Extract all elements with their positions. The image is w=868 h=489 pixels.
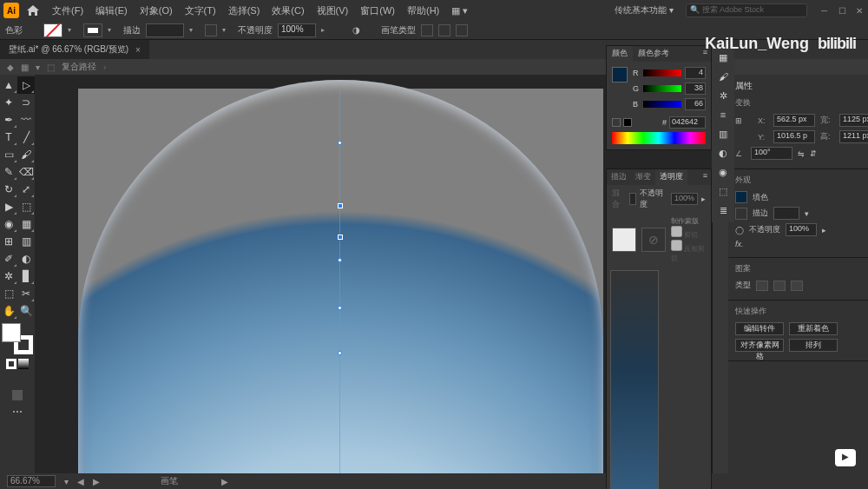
recolor-icon[interactable]: ◑ (352, 25, 360, 35)
style-btn-2[interactable] (438, 24, 450, 36)
fill-dropdown-icon[interactable]: ▾ (68, 26, 78, 34)
swatches-icon[interactable]: ▦ (716, 52, 730, 66)
angle-input[interactable]: 100° (751, 147, 792, 160)
artboard-nav-next-icon[interactable]: ▶ (93, 477, 100, 486)
tool-magic-wand[interactable]: ✦ (0, 94, 17, 111)
breadcrumb[interactable]: 复合路径 (62, 61, 96, 73)
mode-gradient-icon[interactable] (18, 359, 29, 369)
object-thumbnail[interactable] (612, 228, 636, 252)
y-input[interactable]: 1016.5 p (773, 130, 815, 143)
tool-direct-selection[interactable]: ▷ (17, 76, 35, 94)
stroke-w-input[interactable] (773, 207, 799, 220)
prop-opacity-input[interactable]: 100% (786, 223, 817, 236)
tool-perspective[interactable]: ▦ (17, 215, 35, 233)
minimize-button[interactable]: ─ (821, 6, 830, 15)
tool-symbol-sprayer[interactable]: ✲ (0, 268, 17, 285)
menu-file[interactable]: 文件(F) (47, 4, 89, 17)
symbols-icon[interactable]: ✲ (716, 90, 730, 104)
quick-btn-arrange[interactable]: 排列 (789, 339, 838, 352)
appearance-icon[interactable]: ◉ (716, 167, 730, 181)
menu-object[interactable]: 对象(O) (135, 4, 178, 17)
tool-slice[interactable]: ✂ (17, 285, 35, 302)
fx-icon[interactable]: fx. (735, 240, 744, 248)
stroke-swatch[interactable] (83, 23, 102, 37)
mode-color-icon[interactable] (6, 359, 16, 369)
tool-free-transform[interactable]: ⬚ (17, 198, 35, 215)
path-handle[interactable] (338, 258, 342, 262)
tab-transparency[interactable]: 透明度 (655, 169, 687, 185)
anchor-point[interactable] (338, 235, 343, 240)
input-b[interactable]: 66 (685, 98, 706, 110)
menu-share-icon[interactable]: ▦ ▾ (446, 5, 473, 17)
spectrum-picker[interactable] (612, 132, 706, 144)
make-mask-button[interactable]: 制作蒙版 (671, 216, 706, 226)
quick-btn-recolor[interactable]: 重新着色 (789, 322, 838, 335)
mode-none-icon[interactable] (12, 373, 23, 383)
path-handle[interactable] (338, 351, 342, 355)
nav-back-icon[interactable]: ◆ (7, 63, 14, 72)
tool-eyedropper[interactable]: ✐ (0, 250, 17, 268)
anchor-ref-icon[interactable]: ⊞ (735, 116, 753, 125)
tool-eraser[interactable]: ⌫ (17, 163, 35, 181)
path-handle[interactable] (338, 306, 342, 310)
gradient-icon[interactable]: ▥ (716, 129, 730, 142)
path-segment[interactable] (339, 89, 340, 473)
input-r[interactable]: 4 (685, 67, 706, 79)
fill-color-icon[interactable] (2, 323, 21, 342)
panel-fill-swatch[interactable] (612, 67, 628, 83)
tool-zoom[interactable]: 🔍 (17, 302, 35, 320)
tab-stroke[interactable]: 描边 (607, 169, 631, 185)
graphic-styles-icon[interactable]: ⬚ (716, 186, 730, 200)
align-opt-2[interactable] (773, 281, 786, 291)
opacity-icon[interactable]: ◯ (735, 226, 744, 235)
menu-select[interactable]: 选择(S) (223, 4, 266, 17)
menu-type[interactable]: 文字(T) (180, 4, 221, 17)
artboard-nav-prev-icon[interactable]: ◀ (77, 477, 84, 486)
search-input[interactable]: 🔍 搜索 Adobe Stock (686, 3, 807, 17)
flip-v-icon[interactable]: ⇵ (810, 149, 817, 158)
style-btn-3[interactable] (456, 24, 468, 36)
tool-pen[interactable]: ✒ (0, 111, 17, 129)
layer-icon[interactable]: ▦ (21, 63, 29, 72)
tool-hand[interactable]: ✋ (0, 302, 17, 320)
tool-artboard[interactable]: ⬚ (0, 285, 17, 302)
tool-type[interactable]: T (0, 129, 17, 146)
transparency-icon[interactable]: ◐ (716, 148, 730, 162)
edit-toolbar-icon[interactable]: ⋯ (0, 403, 35, 420)
screen-mode-icon[interactable] (12, 390, 23, 400)
slider-g[interactable] (643, 85, 681, 92)
tool-curvature[interactable]: 〰 (17, 111, 35, 129)
tool-rotate[interactable]: ↻ (0, 181, 17, 198)
home-icon[interactable] (26, 4, 40, 17)
panel-menu-icon[interactable]: ≡ (700, 169, 711, 185)
workspace-switcher[interactable]: 传统基本功能 ▾ (609, 4, 679, 17)
isolation-icon[interactable]: ⬚ (47, 63, 55, 72)
tool-selection[interactable]: ▲ (0, 76, 17, 94)
x-input[interactable]: 562.5 px (773, 114, 815, 127)
tool-scale[interactable]: ⤢ (17, 181, 35, 198)
menu-effect[interactable]: 效果(C) (266, 4, 309, 17)
tool-rectangle[interactable]: ▭ (0, 146, 17, 163)
quick-btn-edit[interactable]: 编辑转件 (735, 322, 784, 335)
anchor-point[interactable] (338, 203, 343, 208)
align-opt-1[interactable] (756, 281, 768, 291)
tab-close-icon[interactable]: × (135, 45, 141, 55)
path-handle[interactable] (338, 141, 342, 145)
tool-column-graph[interactable]: ▊ (17, 268, 35, 285)
close-button[interactable]: ✕ (856, 6, 865, 15)
tab-color-guide[interactable]: 颜色参考 (633, 46, 674, 62)
tool-line[interactable]: ╱ (17, 129, 35, 146)
menu-view[interactable]: 视图(V) (312, 4, 354, 17)
tool-shaper[interactable]: ✎ (0, 163, 17, 181)
tool-paintbrush[interactable]: 🖌 (17, 146, 35, 163)
document-tab[interactable]: 壁纸.ai* @ 66.67% (RGB/预览) × (0, 40, 149, 59)
tool-lasso[interactable]: ⊃ (17, 94, 35, 111)
h-input[interactable]: 1211 px (839, 130, 868, 143)
black-swatch-icon[interactable] (623, 118, 632, 127)
tool-blend[interactable]: ◐ (17, 250, 35, 268)
tool-shape-builder[interactable]: ◉ (0, 215, 17, 233)
color-well[interactable] (2, 323, 33, 354)
stroke-dropdown-icon[interactable]: ▾ (108, 26, 118, 34)
align-opt-3[interactable] (791, 281, 803, 291)
brushes-icon[interactable]: 🖌 (716, 71, 730, 85)
